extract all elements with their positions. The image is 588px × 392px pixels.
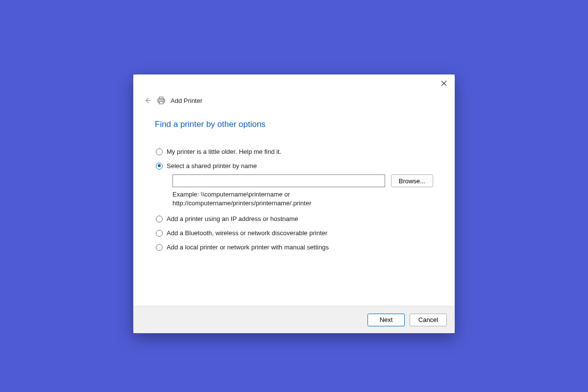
close-button[interactable] xyxy=(436,76,452,90)
titlebar xyxy=(133,74,455,92)
example-text: Example: \\computername\printername or h… xyxy=(172,190,398,207)
option-manual-printer[interactable]: Add a local printer or network printer w… xyxy=(156,244,433,251)
printer-path-input[interactable] xyxy=(172,174,385,187)
browse-button[interactable]: Browse... xyxy=(391,174,433,187)
cancel-button[interactable]: Cancel xyxy=(410,314,447,326)
printer-icon xyxy=(157,97,166,104)
dialog-title: Add Printer xyxy=(171,97,202,104)
back-button[interactable] xyxy=(143,96,152,105)
options-group: My printer is a little older. Help me fi… xyxy=(155,148,433,251)
content-area: Find a printer by other options My print… xyxy=(133,108,455,306)
option-label: Add a Bluetooth, wireless or network dis… xyxy=(167,229,327,237)
option-tcpip-printer[interactable]: Add a printer using an IP address or hos… xyxy=(156,215,433,222)
svg-point-6 xyxy=(163,99,164,100)
shared-printer-details: Browse... Example: \\computername\printe… xyxy=(172,174,433,207)
option-shared-printer[interactable]: Select a shared printer by name xyxy=(156,162,433,170)
header: Add Printer xyxy=(133,92,455,108)
option-older-printer[interactable]: My printer is a little older. Help me fi… xyxy=(156,148,433,155)
back-arrow-icon xyxy=(144,97,151,104)
option-label: Select a shared printer by name xyxy=(167,162,257,170)
svg-rect-3 xyxy=(159,97,163,99)
option-label: Add a printer using an IP address or hos… xyxy=(167,215,298,222)
option-label: My printer is a little older. Help me fi… xyxy=(167,148,281,155)
radio-icon xyxy=(156,148,163,155)
svg-rect-5 xyxy=(159,101,163,104)
dialog-footer: Next Cancel xyxy=(133,306,455,333)
radio-icon xyxy=(156,163,163,170)
radio-icon xyxy=(156,216,163,222)
option-bluetooth-printer[interactable]: Add a Bluetooth, wireless or network dis… xyxy=(156,229,433,237)
close-icon xyxy=(441,80,447,86)
radio-icon xyxy=(156,230,163,237)
option-label: Add a local printer or network printer w… xyxy=(167,244,329,251)
page-heading: Find a printer by other options xyxy=(155,120,433,129)
add-printer-dialog: Add Printer Find a printer by other opti… xyxy=(133,74,455,333)
next-button[interactable]: Next xyxy=(368,314,405,326)
radio-icon xyxy=(156,244,163,251)
